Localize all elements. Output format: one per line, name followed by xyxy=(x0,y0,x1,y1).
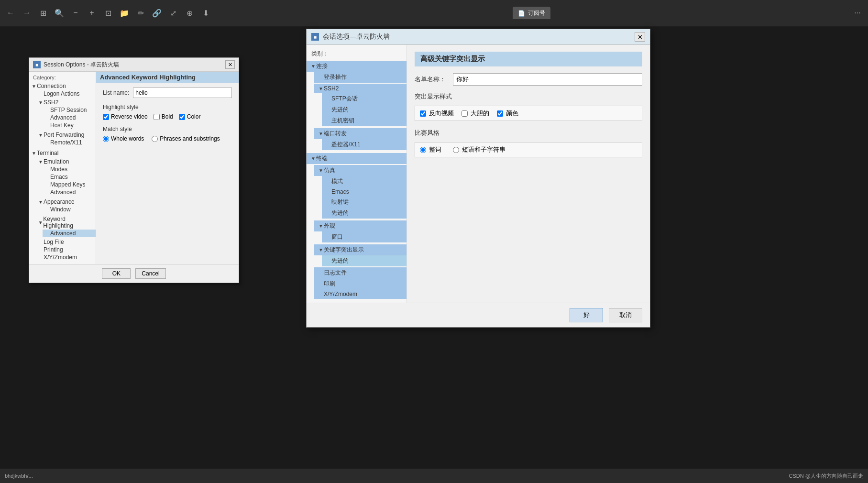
port-forwarding-label: Port Forwarding xyxy=(44,132,84,138)
large-appearance-row[interactable]: ▼ 外观 xyxy=(314,220,407,231)
xyzmodem-row[interactable]: X/Y/Zmodem xyxy=(36,253,96,261)
logon-actions-label: Logon Actions xyxy=(44,90,79,97)
small-phrases-item[interactable]: Phrases and substrings xyxy=(152,135,220,142)
small-cancel-button[interactable]: Cancel xyxy=(135,268,165,279)
connection-label: Connection xyxy=(37,83,66,89)
small-bold-item[interactable]: Bold xyxy=(154,113,173,120)
ssh2-advanced-row[interactable]: Advanced xyxy=(43,114,96,121)
remote-x11-row[interactable]: Remote/X11 xyxy=(43,139,96,146)
small-phrases-label: Phrases and substrings xyxy=(160,135,220,142)
more-button[interactable]: ··· xyxy=(851,6,864,20)
large-bold-item[interactable]: 大胆的 xyxy=(461,109,489,118)
tree-connection-row[interactable]: ▼ Connection xyxy=(29,82,96,90)
log-file-row[interactable]: Log File xyxy=(36,238,96,246)
large-color-item[interactable]: 颜色 xyxy=(497,109,518,118)
large-connection-label: 连接 xyxy=(316,62,328,70)
large-whole-words-item[interactable]: 整词 xyxy=(420,145,441,154)
browser-tab-active[interactable]: 📄 订阅号 xyxy=(513,7,550,19)
large-ok-button[interactable]: 好 xyxy=(570,308,603,322)
emacs-row[interactable]: Emacs xyxy=(43,173,96,181)
grid-button[interactable]: ⊞ xyxy=(36,6,50,20)
large-log-file-row[interactable]: 日志文件 xyxy=(314,267,407,278)
large-host-key-row[interactable]: 主机密钥 xyxy=(322,115,407,126)
edit-button[interactable]: ✏ xyxy=(134,6,147,20)
keyword-highlighting-row[interactable]: ▼ Keyword Highlighting xyxy=(36,215,96,230)
ssh2-toggle: ▼ xyxy=(38,100,44,105)
modes-row[interactable]: Modes xyxy=(43,165,96,173)
emulation-advanced-row[interactable]: Advanced xyxy=(43,188,96,196)
large-emulation-adv-row[interactable]: 先进的 xyxy=(322,208,407,219)
large-window-row[interactable]: 窗口 xyxy=(322,231,407,242)
terminal-row[interactable]: ▼ Terminal xyxy=(29,149,96,157)
large-port-row[interactable]: ▼ 端口转发 xyxy=(314,128,407,139)
large-logon-row[interactable]: 登录操作 xyxy=(314,72,407,83)
large-dialog-close-button[interactable]: ✕ xyxy=(635,32,645,42)
folder-button[interactable]: 📁 xyxy=(118,6,131,20)
small-radio-row: Whole words Phrases and substrings xyxy=(103,135,232,142)
large-kh-adv-row[interactable]: 先进的 xyxy=(322,255,407,266)
window-row[interactable]: Window xyxy=(43,206,96,213)
small-phrases-radio[interactable] xyxy=(152,136,158,142)
zoom-out-button[interactable]: − xyxy=(69,6,82,20)
large-connection-children: 登录操作 ▼ SSH2 SFTP会话 xyxy=(307,72,407,151)
large-whole-words-radio[interactable] xyxy=(420,147,426,153)
mapped-keys-row[interactable]: Mapped Keys xyxy=(43,181,96,188)
link-button[interactable]: 🔗 xyxy=(150,6,164,20)
kh-toggle: ▼ xyxy=(38,220,43,225)
large-cancel-button[interactable]: 取消 xyxy=(609,308,642,322)
small-bold-checkbox[interactable] xyxy=(154,114,160,120)
port-forwarding-row[interactable]: ▼ Port Forwarding xyxy=(36,131,96,139)
large-reverse-video-item[interactable]: 反向视频 xyxy=(420,109,454,118)
host-key-row[interactable]: Host Key xyxy=(43,121,96,129)
small-color-checkbox[interactable] xyxy=(179,114,185,120)
ssh2-row[interactable]: ▼ SSH2 xyxy=(36,99,96,106)
large-phrases-radio[interactable] xyxy=(453,147,459,153)
large-ssh2-adv-row[interactable]: 先进的 xyxy=(322,104,407,115)
large-emulation-row[interactable]: ▼ 仿真 xyxy=(314,165,407,176)
printing-row[interactable]: Printing xyxy=(36,246,96,253)
kh-advanced-row[interactable]: Advanced xyxy=(43,230,96,237)
small-ok-button[interactable]: OK xyxy=(102,268,131,279)
small-list-name-input[interactable] xyxy=(133,88,232,98)
large-remote-row[interactable]: 遥控器/X11 xyxy=(322,139,407,150)
large-emulation-children: 模式 Emacs 映射键 xyxy=(314,176,407,219)
emulation-row[interactable]: ▼ Emulation xyxy=(36,158,96,165)
large-ssh2-row[interactable]: ▼ SSH2 xyxy=(314,84,407,93)
large-sftp-row[interactable]: SFTP会话 xyxy=(322,93,407,104)
expand-button[interactable]: ⤢ xyxy=(166,6,180,20)
connection-toggle: ▼ xyxy=(31,84,37,89)
small-color-item[interactable]: Color xyxy=(179,113,201,120)
zoom-reset-button[interactable]: + xyxy=(85,6,99,20)
large-bold-label: 大胆的 xyxy=(471,109,489,118)
add-button[interactable]: ⊕ xyxy=(183,6,196,20)
large-list-name-input[interactable] xyxy=(453,73,642,86)
large-xyz-row[interactable]: X/Y/Zmodem xyxy=(314,289,407,299)
large-modes-row[interactable]: 模式 xyxy=(322,176,407,187)
forward-button[interactable]: → xyxy=(20,6,33,20)
logon-actions-row[interactable]: Logon Actions xyxy=(36,90,96,98)
large-color-checkbox[interactable] xyxy=(497,110,503,117)
large-mapped-keys-row[interactable]: 映射键 xyxy=(322,197,407,208)
small-whole-words-item[interactable]: Whole words xyxy=(103,135,144,142)
large-terminal-row[interactable]: ▼ 终端 xyxy=(307,153,407,164)
large-phrases-item[interactable]: 短语和子字符串 xyxy=(453,145,505,154)
small-whole-words-radio[interactable] xyxy=(103,136,109,142)
small-dialog-content: Advanced Keyword Highlighting List name:… xyxy=(96,72,239,264)
fit-button[interactable]: ⊡ xyxy=(101,6,115,20)
back-button[interactable]: ← xyxy=(4,6,17,20)
large-color-label: 颜色 xyxy=(506,109,518,118)
large-connection-row[interactable]: ▼ 连接 xyxy=(307,61,407,72)
large-kh-row[interactable]: ▼ 关键字突出显示 xyxy=(314,244,407,255)
small-dialog-close-button[interactable]: ✕ xyxy=(225,60,235,69)
sftp-session-row[interactable]: SFTP Session xyxy=(43,106,96,114)
large-print-row[interactable]: 印刷 xyxy=(314,278,407,289)
large-bold-checkbox[interactable] xyxy=(461,110,468,117)
large-reverse-video-checkbox[interactable] xyxy=(420,110,426,117)
zoom-in-button[interactable]: 🔍 xyxy=(53,6,66,20)
small-reverse-video-checkbox[interactable] xyxy=(103,114,109,120)
small-reverse-video-item[interactable]: Reverse video xyxy=(103,113,148,120)
appearance-row[interactable]: ▼ Appearance xyxy=(36,198,96,206)
large-category-label: 类别： xyxy=(307,48,407,60)
download-button[interactable]: ⬇ xyxy=(199,6,212,20)
large-emacs-row[interactable]: Emacs xyxy=(322,187,407,197)
